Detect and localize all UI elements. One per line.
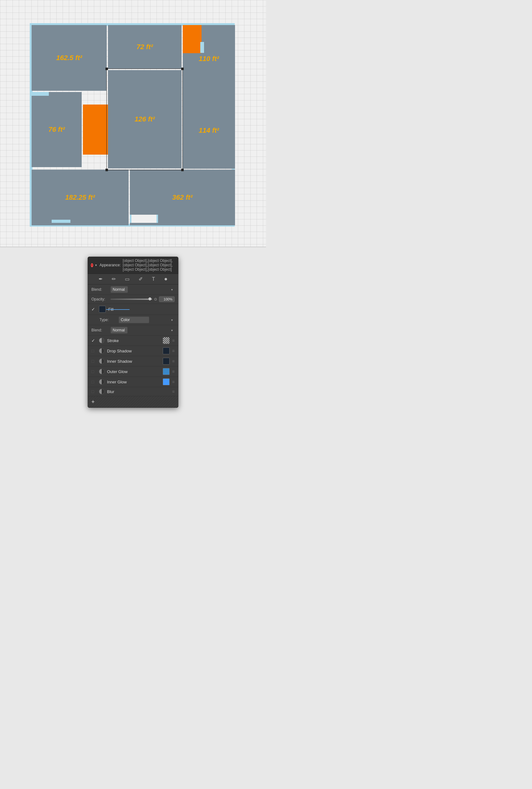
room-label-mid-left: 76 ft² <box>49 126 65 134</box>
blend-select-1[interactable]: Normal Multiply Screen Overlay <box>111 286 128 293</box>
room-mid-right: 114 ft² <box>183 92 235 169</box>
drop-shadow-drag-handle[interactable]: ≡ <box>172 348 175 353</box>
effect-row-inner-shadow: □ Inner Shadow ≡ <box>88 356 178 367</box>
room-label-top-center: 72 ft² <box>136 43 153 51</box>
room-label-top-left: 162.5 ft² <box>56 54 82 62</box>
room-label-top-right: 110 ft² <box>199 55 219 63</box>
effect-row-blur: □ Blur ≡ <box>88 387 178 396</box>
room-label-mid-right: 114 ft² <box>199 127 219 135</box>
inner-shadow-label: Inner Shadow <box>107 359 160 364</box>
type-select[interactable]: Color Linear Gradient Radial Gradient <box>119 316 149 323</box>
room-label-bot-left: 182.25 ft² <box>65 193 95 202</box>
type-row: Type: Color Linear Gradient Radial Gradi… <box>88 315 178 325</box>
inner-shadow-drag-handle[interactable]: ≡ <box>172 359 175 364</box>
opacity-reset-icon[interactable]: ⊙ <box>154 297 157 301</box>
drop-shadow-label: Drop Shadow <box>107 349 160 353</box>
door-notch-top <box>200 42 204 53</box>
inner-shadow-check[interactable]: □ <box>91 359 96 364</box>
blend-select-2[interactable]: Normal Multiply Screen <box>111 327 128 334</box>
drop-shadow-swatch[interactable] <box>163 347 170 354</box>
inner-glow-swatch[interactable] <box>163 378 170 385</box>
orange-block-top <box>183 25 202 53</box>
drop-shadow-half-icon <box>99 348 104 354</box>
stroke-swatch[interactable] <box>163 337 170 344</box>
outer-glow-label: Outer Glow <box>107 369 160 374</box>
opacity-value[interactable]: 100% <box>159 296 175 302</box>
room-label-bot-right: 362 ft² <box>172 193 193 202</box>
opacity-slider[interactable] <box>111 299 152 300</box>
outer-glow-half-icon <box>99 369 104 374</box>
panel-title: Appearance: <box>99 263 121 267</box>
effect-row-stroke: ✓ Stroke ≡ <box>88 336 178 346</box>
inner-shadow-half-icon <box>99 358 104 364</box>
circle-icon[interactable]: ● <box>164 276 167 282</box>
close-button[interactable]: ✕ <box>91 263 93 267</box>
brush-icon[interactable]: ✏ <box>112 276 116 282</box>
panel-area: ✕ ▾ Appearance: [object Object],[object … <box>0 247 266 420</box>
room-top-left: 162.5 ft² <box>32 25 107 91</box>
orange-block-left <box>83 105 108 155</box>
fill-row: ✓ Fill ALPHA: 50% R: 2 G: 33 B: 51 <box>88 304 178 315</box>
blur-drag-handle[interactable]: ≡ <box>172 389 175 394</box>
fill-check[interactable]: ✓ <box>91 307 96 312</box>
effect-row-outer-glow: □ Outer Glow ≡ <box>88 367 178 377</box>
hallway-gap-left <box>32 92 49 96</box>
blend-label-1: Blend: <box>91 287 109 292</box>
inner-glow-check[interactable]: □ <box>91 379 96 384</box>
blur-half-icon <box>99 389 104 394</box>
floor-plan: 162.5 ft² 72 ft² 110 ft² 76 ft² 126 ft² … <box>20 17 246 230</box>
door-gap-bot-left <box>52 220 71 223</box>
type-select-wrapper: Color Linear Gradient Radial Gradient <box>119 316 175 323</box>
pencil-icon[interactable]: ✐ <box>139 276 143 282</box>
tooltip-connector-line <box>106 309 130 310</box>
inner-glow-half-icon <box>99 379 104 384</box>
effect-row-inner-glow: □ Inner Glow ≡ <box>88 377 178 387</box>
inner-shadow-swatch[interactable] <box>163 358 170 364</box>
blend-row-2: Blend: Normal Multiply Screen <box>88 325 178 336</box>
inner-glow-label: Inner Glow <box>107 380 160 384</box>
stroke-half-icon <box>99 338 104 343</box>
panel-toolbar: ✒ ✏ ▭ ✐ T ● <box>88 274 178 284</box>
outer-glow-check[interactable]: □ <box>91 369 96 374</box>
opacity-knob <box>148 297 151 300</box>
blur-label: Blur <box>107 389 137 394</box>
opacity-row: Opacity: ⊙ 100% <box>88 295 178 304</box>
panel-footer: + <box>88 396 178 408</box>
blend-label-2: Blend: <box>91 328 109 332</box>
panel-titlebar: ✕ ▾ Appearance: [object Object],[object … <box>88 257 178 274</box>
drop-shadow-check[interactable]: □ <box>91 348 96 353</box>
text-icon[interactable]: T <box>152 276 155 282</box>
fill-color-swatch[interactable] <box>99 306 106 313</box>
panel-effects-label: [object Object],[object Object],[object … <box>123 259 175 272</box>
blend-row-1: Blend: Normal Multiply Screen Overlay <box>88 284 178 295</box>
pen-icon[interactable]: ✒ <box>99 276 103 282</box>
stroke-check[interactable]: ✓ <box>91 338 96 343</box>
room-bot-left: 182.25 ft² <box>32 170 129 225</box>
opacity-label: Opacity: <box>91 297 109 301</box>
collapse-arrow[interactable]: ▾ <box>95 263 97 267</box>
appearance-panel: ✕ ▾ Appearance: [object Object],[object … <box>88 257 178 408</box>
canvas-area: 162.5 ft² 72 ft² 110 ft² 76 ft² 126 ft² … <box>0 0 266 247</box>
inner-glow-drag-handle[interactable]: ≡ <box>172 379 175 384</box>
room-mid-left: 76 ft² <box>32 92 82 167</box>
type-label: Type: <box>99 318 117 322</box>
effect-row-drop-shadow: □ Drop Shadow ≡ <box>88 346 178 356</box>
outer-glow-swatch[interactable] <box>163 368 170 375</box>
blend-select-wrapper-1: Normal Multiply Screen Overlay <box>111 286 175 293</box>
door-gap-bot-center <box>130 215 158 223</box>
add-effect-button[interactable]: + <box>91 399 95 405</box>
blend-select-wrapper-2: Normal Multiply Screen <box>111 327 175 334</box>
room-top-center: 72 ft² <box>108 25 182 69</box>
stroke-drag-handle[interactable]: ≡ <box>172 338 175 343</box>
shape-icon[interactable]: ▭ <box>125 276 130 282</box>
room-label-mid-center: 126 ft² <box>135 115 155 123</box>
outer-glow-drag-handle[interactable]: ≡ <box>172 369 175 374</box>
room-mid-center: 126 ft² <box>108 70 182 168</box>
stroke-label: Stroke <box>107 338 160 343</box>
blur-check[interactable]: □ <box>91 389 96 394</box>
